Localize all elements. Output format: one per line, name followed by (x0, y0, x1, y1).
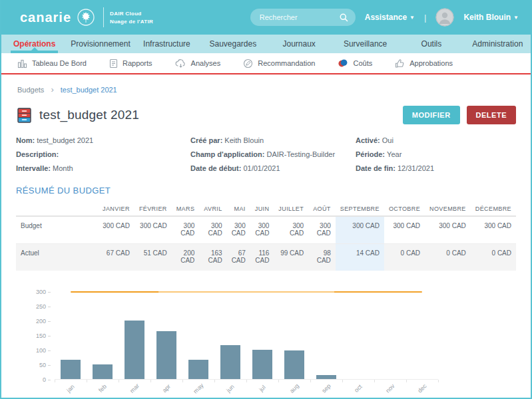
subnav-item-rapports[interactable]: Rapports (109, 59, 152, 68)
x-axis-label-may: may (188, 378, 208, 398)
summary-header-row: JANVIERFÉVRIERMARSAVRILMAIJUINJUILLETAOÛ… (16, 202, 516, 216)
x-axis-label-jul: jul (252, 378, 272, 398)
chart-bar-sep (316, 375, 336, 379)
summary-cell: 67 CAD (98, 244, 134, 271)
assistance-menu[interactable]: Assistance ▼ (365, 13, 415, 22)
nav-item-journaux[interactable]: Journaux (266, 35, 332, 53)
summary-cell: 98 CAD (308, 244, 336, 271)
budget-details: Nom: test_budget 2021Description: Interv… (16, 136, 516, 172)
x-axis-label-oct: oct (348, 378, 368, 398)
summary-cell: 67 CAD (227, 244, 250, 271)
x-axis-label-sep: sep (316, 378, 336, 398)
nav-item-operations[interactable]: Opérations (1, 35, 67, 53)
month-column-header: SEPTEMBRE (336, 202, 384, 216)
x-axis-tick (246, 380, 247, 382)
nav-item-provisionnement[interactable]: Provisionnement (67, 35, 133, 53)
brand-subtitle-line2: Nuage de l'ATIR (110, 19, 153, 25)
x-axis-label-jun: jun (220, 378, 240, 398)
month-column-header: AOÛT (308, 202, 336, 216)
nav-item-outils[interactable]: Outils (398, 35, 464, 53)
summary-row-label: Budget (16, 216, 98, 244)
summary-row-actuel: Actuel67 CAD51 CAD200 CAD163 CAD67 CAD11… (16, 244, 516, 271)
sub-nav: Tableau De BordRapportsAnalysesRecommand… (1, 53, 531, 74)
x-axis-tick (342, 380, 343, 382)
header-divider: | (424, 13, 426, 23)
nav-item-surveillance[interactable]: Surveillance (332, 35, 398, 53)
subnav-item-approbations[interactable]: Approbations (395, 59, 453, 68)
summary-cell: 300 CAD (384, 216, 425, 244)
detail-label: Période: (356, 150, 387, 158)
x-axis-tick (278, 380, 279, 382)
nav-item-sauvegardes[interactable]: Sauvegardes (200, 35, 266, 53)
detail-field-date-de-fin: Date de fin: 12/31/2021 (356, 164, 516, 172)
month-column-header: JANVIER (98, 202, 134, 216)
month-column-header: JUILLET (274, 202, 308, 216)
nav-item-infrastructure[interactable]: Infrastructure (134, 35, 200, 53)
x-axis-tick (214, 380, 215, 382)
summary-cell: 300 CAD (336, 216, 384, 244)
summary-cell: 300 CAD (98, 216, 134, 244)
breadcrumb-item-budgets[interactable]: Budgets (17, 86, 44, 94)
subnav-item-tableau-de-bord[interactable]: Tableau De Bord (17, 59, 87, 68)
search-icon[interactable] (340, 13, 348, 25)
x-axis-label-aug: aug (284, 378, 304, 398)
x-axis-label-mar: mar (124, 378, 144, 398)
x-axis-tick (119, 380, 119, 382)
summary-row-label-header (16, 202, 98, 216)
detail-value: 01/01/2021 (243, 164, 280, 172)
delete-button[interactable]: DELETE (467, 106, 516, 124)
modify-button[interactable]: MODIFIER (403, 106, 460, 124)
analyses-icon (175, 59, 186, 68)
summary-cell: 300 CAD (308, 216, 336, 244)
summary-cell: 300 CAD (134, 216, 172, 244)
month-column-header: JUIN (250, 202, 274, 216)
subnav-item-analyses[interactable]: Analyses (175, 59, 221, 68)
x-axis-tick (406, 380, 407, 382)
x-axis-tick (438, 380, 439, 382)
y-axis-tick-label: 150 (23, 332, 51, 339)
detail-label: Nom: (16, 136, 37, 144)
subnav-item-couts[interactable]: Coûts (338, 59, 372, 68)
detail-field-periode: Période: Year (356, 150, 516, 158)
detail-label: Date de fin: (356, 164, 398, 172)
chart-bar-jun (220, 345, 240, 379)
y-axis-tick-label: 250 (23, 303, 51, 310)
subnav-item-recommandation[interactable]: Recommandation (243, 59, 315, 68)
budget-chart: 050100150200250300janfebmaraprmayjunjula… (23, 288, 516, 398)
x-axis-label-apr: apr (156, 378, 176, 398)
costs-icon (338, 59, 348, 68)
summary-cell: 300 CAD (250, 216, 274, 244)
canarie-logo[interactable]: canarie (20, 11, 71, 24)
summary-cell: 163 CAD (199, 244, 226, 271)
month-column-header: OCTOBRE (384, 202, 425, 216)
avatar[interactable] (435, 8, 454, 27)
chart-bar-aug (284, 350, 304, 379)
subnav-item-label: Approbations (409, 59, 453, 67)
user-menu[interactable]: Keith Blouin ▼ (463, 13, 519, 22)
page-title: test_budget 2021 (39, 108, 139, 122)
brand[interactable]: canarie DAIR Cloud Nuage de l'ATIR (20, 7, 153, 27)
detail-label: Date de début: (190, 164, 243, 172)
approvals-icon (395, 59, 405, 68)
maple-leaf-icon (77, 9, 95, 26)
search-box (250, 9, 356, 26)
detail-field-active: Activé: Oui (356, 136, 516, 144)
y-axis-tick-label: 300 (23, 289, 51, 295)
detail-value: Oui (382, 136, 394, 144)
chart-bar-feb (93, 364, 113, 379)
nav-item-administration[interactable]: Administration (465, 35, 531, 53)
detail-label: Champ d'application: (190, 150, 266, 158)
month-column-header: MAI (227, 202, 250, 216)
x-axis-tick (55, 380, 55, 382)
y-axis-tick-label: 0 (23, 376, 51, 383)
summary-cell: 0 CAD (471, 244, 516, 271)
month-column-header: AVRIL (199, 202, 226, 216)
month-column-header: FÉVRIER (134, 202, 172, 216)
details-column-2: Créé par: Keith BlouinChamp d'applicatio… (190, 136, 356, 172)
chevron-down-icon: ▼ (409, 15, 415, 21)
brand-subtitle: DAIR Cloud Nuage de l'ATIR (110, 11, 153, 25)
recommendation-icon (243, 59, 253, 68)
chart-bar-may (188, 360, 208, 379)
chart-bar-mar (125, 321, 144, 379)
detail-value: DAIR-Testing-Builder (266, 150, 335, 158)
